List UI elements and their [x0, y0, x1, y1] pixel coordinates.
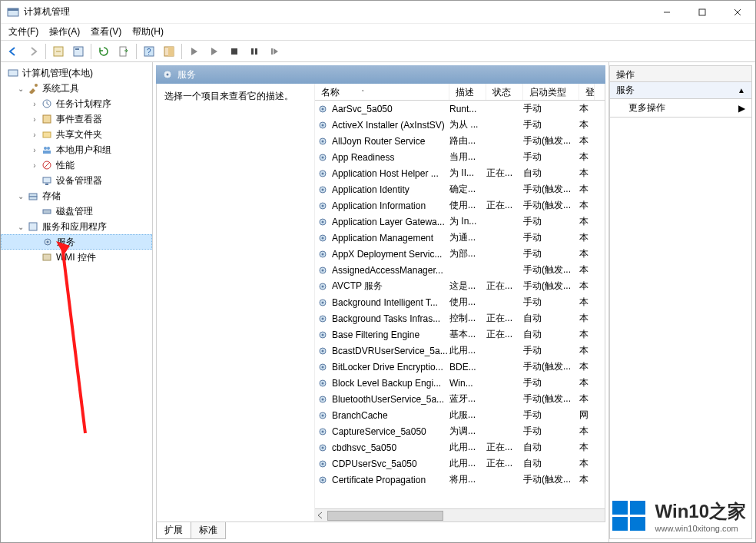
svg-rect-31 — [29, 197, 37, 200]
tree-task-scheduler[interactable]: ›任务计划程序 — [1, 96, 152, 111]
up-button[interactable] — [49, 42, 68, 61]
svg-rect-7 — [74, 47, 83, 56]
service-startup: 自动 — [523, 312, 579, 325]
chevron-right-icon[interactable]: › — [30, 100, 39, 108]
tree-performance[interactable]: ›性能 — [1, 157, 152, 173]
service-row[interactable]: CDPUserSvc_5a050此用...正在...自动本 — [315, 455, 605, 472]
stop-button[interactable] — [225, 42, 244, 61]
menu-help[interactable]: 帮助(H) — [128, 24, 168, 40]
service-desc: 为 II... — [449, 167, 486, 180]
service-row[interactable]: Application Information使用...正在...手动(触发..… — [315, 197, 605, 214]
tree-sys-tools[interactable]: ⌄ 系统工具 — [1, 81, 152, 96]
svg-rect-3 — [699, 9, 705, 15]
service-row[interactable]: AVCTP 服务这是...正在...手动(触发...本 — [315, 278, 605, 294]
svg-rect-91 — [612, 517, 628, 531]
service-row[interactable]: BcastDVRUserService_5a...此用...手动本 — [315, 343, 605, 359]
service-startup: 手动(触发... — [523, 360, 579, 373]
tree-shared-folders[interactable]: ›共享文件夹 — [1, 127, 152, 142]
chevron-right-icon[interactable]: › — [30, 161, 39, 170]
service-row[interactable]: AarSvc_5a050Runt...手动本 — [315, 101, 605, 117]
properties-button[interactable] — [69, 42, 88, 61]
actions-sub[interactable]: 服务 ▲ — [609, 82, 752, 99]
service-row[interactable]: ActiveX Installer (AxInstSV)为从 ...手动本 — [315, 117, 605, 133]
menu-action[interactable]: 操作(A) — [45, 24, 85, 40]
service-row[interactable]: cbdhsvc_5a050此用...正在...自动本 — [315, 439, 605, 455]
back-button[interactable] — [4, 42, 22, 61]
tree-label: 系统工具 — [42, 82, 79, 95]
svg-line-27 — [44, 162, 50, 168]
tree-services-apps[interactable]: ⌄服务和应用程序 — [1, 219, 152, 234]
svg-rect-22 — [43, 132, 51, 137]
maximize-button[interactable] — [685, 1, 720, 24]
close-button[interactable] — [720, 1, 755, 24]
svg-point-64 — [322, 301, 324, 303]
tree-disk-mgmt[interactable]: 磁盘管理 — [1, 204, 152, 219]
svg-rect-16 — [255, 48, 257, 55]
horizontal-scrollbar[interactable] — [315, 508, 605, 521]
service-row[interactable]: App Readiness当用...手动本 — [315, 149, 605, 165]
tree-services[interactable]: 服务 — [1, 234, 152, 250]
service-row[interactable]: Base Filtering Engine基本...正在...自动本 — [315, 326, 605, 343]
service-row[interactable]: BitLocker Drive Encryptio...BDE...手动(触发.… — [315, 359, 605, 375]
actions-more[interactable]: 更多操作 ▶ — [609, 99, 752, 118]
minimize-button[interactable] — [649, 1, 685, 24]
svg-rect-25 — [43, 151, 51, 154]
svg-rect-18 — [8, 70, 18, 76]
scroll-left-icon[interactable] — [315, 510, 326, 521]
service-row[interactable]: Application Management为通...手动本 — [315, 230, 605, 246]
service-row[interactable]: Background Intelligent T...使用...手动本 — [315, 294, 605, 310]
service-row[interactable]: Background Tasks Infras...控制...正在...自动本 — [315, 310, 605, 326]
service-row[interactable]: Application Identity确定...手动(触发...本 — [315, 181, 605, 197]
service-startup: 手动(触发... — [523, 280, 579, 293]
chevron-right-icon[interactable]: › — [30, 131, 39, 139]
service-row[interactable]: Application Host Helper ...为 II...正在...自… — [315, 165, 605, 181]
play-button[interactable] — [185, 42, 204, 61]
restart-button[interactable] — [265, 42, 284, 61]
show-hide-button[interactable] — [160, 42, 178, 61]
service-row[interactable]: BranchCache此服...手动网 — [315, 407, 605, 423]
col-startup[interactable]: 启动类型 — [523, 84, 579, 100]
play-button-2[interactable] — [205, 42, 224, 61]
forward-button[interactable] — [24, 42, 42, 61]
chevron-right-icon[interactable]: › — [30, 115, 39, 124]
menu-file[interactable]: 文件(F) — [4, 24, 43, 40]
service-row[interactable]: AssignedAccessManager...手动(触发...本 — [315, 262, 605, 278]
col-logon[interactable]: 登 — [579, 84, 595, 100]
tree-root[interactable]: 计算机管理(本地) — [1, 65, 152, 81]
refresh-button[interactable] — [94, 42, 113, 61]
tab-standard[interactable]: 标准 — [191, 522, 226, 539]
tree-wmi[interactable]: WMI 控件 — [1, 250, 152, 265]
scrollbar-thumb[interactable] — [327, 511, 443, 521]
service-name: Application Management — [330, 233, 449, 243]
service-row[interactable]: AppX Deployment Servic...为部...手动本 — [315, 246, 605, 262]
col-status[interactable]: 状态 — [486, 84, 523, 100]
help-button[interactable]: ? — [140, 42, 158, 61]
menu-view[interactable]: 查看(V) — [86, 24, 126, 40]
col-name[interactable]: 名称 — [315, 84, 449, 100]
tree-event-viewer[interactable]: ›事件查看器 — [1, 111, 152, 127]
service-name: Certificate Propagation — [330, 475, 449, 485]
description-pane: 选择一个项目来查看它的描述。 — [157, 84, 314, 521]
tree-local-users[interactable]: ›本地用户和组 — [1, 142, 152, 157]
chevron-down-icon[interactable]: ⌄ — [16, 223, 25, 231]
list-body[interactable]: AarSvc_5a050Runt...手动本ActiveX Installer … — [315, 101, 605, 508]
service-row[interactable]: AllJoyn Router Service路由...手动(触发...本 — [315, 133, 605, 149]
tree-storage[interactable]: ⌄存储 — [1, 188, 152, 204]
gear-icon — [315, 426, 330, 437]
export-button[interactable] — [114, 42, 133, 61]
tab-extended[interactable]: 扩展 — [156, 522, 191, 539]
chevron-right-icon[interactable]: › — [30, 146, 39, 154]
tree-device-manager[interactable]: 设备管理器 — [1, 173, 152, 188]
service-row[interactable]: Application Layer Gatewa...为 In...手动本 — [315, 214, 605, 230]
service-row[interactable]: Certificate Propagation将用...手动(触发...本 — [315, 472, 605, 488]
collapse-icon[interactable]: ▲ — [738, 86, 745, 94]
chevron-down-icon[interactable]: ⌄ — [16, 192, 25, 200]
service-row[interactable]: CaptureService_5a050为调...手动本 — [315, 423, 605, 439]
service-name: CaptureService_5a050 — [330, 426, 449, 437]
actions-more-label: 更多操作 — [628, 101, 665, 114]
col-desc[interactable]: 描述 — [449, 84, 486, 100]
pause-button[interactable] — [245, 42, 264, 61]
chevron-down-icon[interactable]: ⌄ — [16, 84, 25, 93]
service-row[interactable]: BluetoothUserService_5a...蓝牙...手动(触发...本 — [315, 391, 605, 407]
service-row[interactable]: Block Level Backup Engi...Win...手动本 — [315, 375, 605, 391]
